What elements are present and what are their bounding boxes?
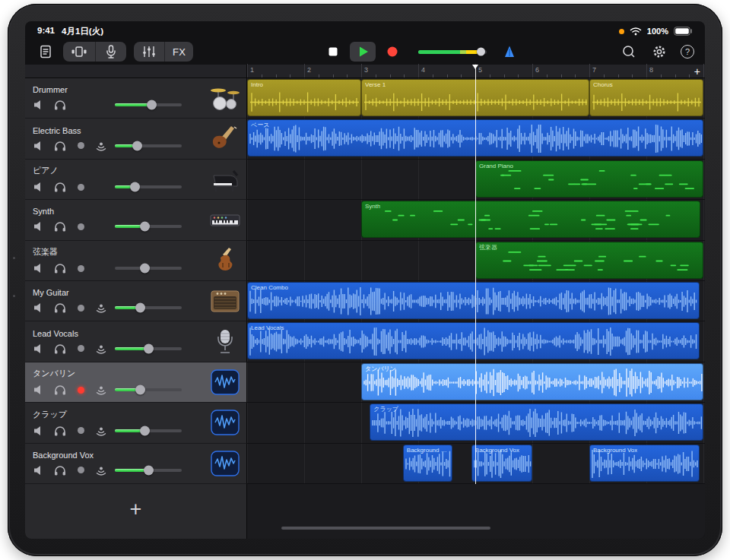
mute-button[interactable] (33, 262, 46, 274)
mute-button[interactable] (33, 220, 46, 233)
region[interactable]: Synth (361, 201, 700, 238)
mute-button[interactable] (33, 140, 46, 152)
solo-button[interactable] (53, 220, 67, 233)
mute-button[interactable] (33, 464, 46, 476)
mute-button[interactable] (33, 181, 46, 193)
mute-button[interactable] (33, 99, 46, 111)
record-enable-button[interactable] (74, 425, 87, 437)
horizontal-scrollbar[interactable] (281, 527, 490, 530)
volume-slider[interactable] (115, 388, 182, 391)
track-header[interactable]: Background Vox (25, 444, 247, 484)
instrument-icon-wave[interactable] (208, 449, 242, 478)
volume-slider[interactable] (115, 225, 182, 228)
region[interactable]: Background Vox (471, 445, 532, 482)
input-monitor-button[interactable] (94, 140, 108, 152)
volume-knob[interactable] (135, 303, 145, 313)
track-lane[interactable]: Lead Vocals (247, 321, 705, 362)
master-volume-slider[interactable] (418, 50, 487, 54)
track-header[interactable]: クラップ (25, 403, 247, 443)
mixer-button[interactable] (134, 42, 164, 62)
instrument-icon-mic[interactable] (208, 327, 242, 356)
track-lane[interactable]: ベース (247, 119, 705, 159)
mute-button[interactable] (33, 302, 46, 314)
volume-knob[interactable] (132, 141, 142, 150)
record-enable-button[interactable] (74, 343, 87, 355)
track-lane[interactable]: Synth (247, 200, 705, 240)
region[interactable]: Clean Combo (247, 282, 700, 319)
region[interactable]: Background Vox (589, 445, 700, 482)
track-lane[interactable]: 弦楽器 (247, 241, 705, 281)
fx-button[interactable]: FX (165, 42, 193, 62)
play-button[interactable] (350, 42, 376, 62)
record-enable-button[interactable] (74, 140, 87, 152)
mute-button[interactable] (33, 384, 46, 396)
instrument-icon-drums[interactable] (208, 84, 242, 112)
track-header[interactable]: Lead Vocals (25, 321, 247, 362)
add-track-button[interactable]: + (130, 499, 142, 520)
solo-button[interactable] (53, 99, 67, 111)
region[interactable]: タンバリン (361, 363, 703, 400)
volume-knob[interactable] (135, 385, 145, 395)
track-header[interactable]: Synth (25, 200, 247, 240)
region[interactable]: Grand Piano (475, 160, 703, 198)
record-enable-button[interactable] (74, 220, 87, 233)
track-lane[interactable]: タンバリン (247, 362, 705, 403)
mute-button[interactable] (33, 343, 46, 355)
song-browser-button[interactable] (36, 42, 56, 62)
audio-recorder-button[interactable] (96, 42, 126, 62)
volume-slider[interactable] (115, 306, 182, 309)
track-header[interactable]: タンバリン (25, 362, 247, 403)
tracks-view-button[interactable] (63, 42, 95, 62)
solo-button[interactable] (53, 343, 67, 355)
track-lane[interactable]: クラップ (247, 403, 705, 443)
track-lane[interactable]: Background VoxBackground VoxBackground V… (247, 444, 705, 484)
track-header[interactable]: ピアノ (25, 160, 247, 200)
volume-knob[interactable] (144, 343, 154, 353)
region[interactable]: 弦楽器 (475, 242, 703, 279)
instrument-icon-strings[interactable] (208, 246, 242, 275)
track-header[interactable]: Electric Bass (25, 119, 247, 159)
master-volume-knob[interactable] (477, 48, 485, 56)
playhead[interactable] (475, 65, 476, 484)
track-lane[interactable]: Grand Piano (247, 160, 705, 200)
solo-button[interactable] (53, 140, 67, 152)
mute-button[interactable] (33, 425, 46, 437)
volume-slider[interactable] (115, 347, 182, 350)
solo-button[interactable] (53, 464, 67, 476)
volume-slider[interactable] (115, 103, 182, 106)
loop-browser-button[interactable] (618, 42, 638, 62)
input-monitor-button[interactable] (94, 343, 108, 355)
settings-button[interactable] (649, 42, 669, 62)
record-enable-button[interactable] (74, 181, 87, 193)
instrument-icon-piano[interactable] (208, 165, 242, 194)
record-button[interactable] (379, 42, 405, 62)
region[interactable]: クラップ (370, 403, 703, 441)
instrument-icon-amp[interactable] (208, 286, 242, 315)
input-monitor-button[interactable] (94, 425, 108, 437)
instrument-icon-synth[interactable] (208, 205, 242, 234)
instrument-icon-bass[interactable] (208, 125, 242, 153)
volume-knob[interactable] (144, 465, 154, 475)
solo-button[interactable] (53, 384, 67, 396)
volume-slider[interactable] (115, 267, 182, 270)
volume-knob[interactable] (140, 222, 150, 232)
volume-slider[interactable] (115, 469, 182, 472)
track-header[interactable]: My Guitar (25, 281, 247, 321)
volume-knob[interactable] (147, 100, 157, 110)
input-monitor-button[interactable] (94, 384, 108, 396)
track-lane[interactable]: Clean Combo (247, 281, 705, 321)
region[interactable]: Background Vox (403, 445, 452, 482)
track-header[interactable]: 弦楽器 (25, 241, 247, 281)
volume-knob[interactable] (140, 264, 150, 274)
stop-button[interactable] (320, 42, 346, 62)
instrument-icon-wave[interactable] (208, 368, 242, 397)
solo-button[interactable] (53, 425, 67, 437)
help-button[interactable]: ? (681, 45, 694, 59)
instrument-icon-wave[interactable] (208, 408, 242, 437)
volume-slider[interactable] (115, 144, 182, 147)
input-monitor-button[interactable] (94, 302, 108, 314)
input-monitor-button[interactable] (94, 464, 108, 476)
region[interactable]: Intro (247, 79, 361, 116)
metronome-button[interactable] (500, 42, 519, 62)
region[interactable]: Chorus (589, 79, 703, 116)
